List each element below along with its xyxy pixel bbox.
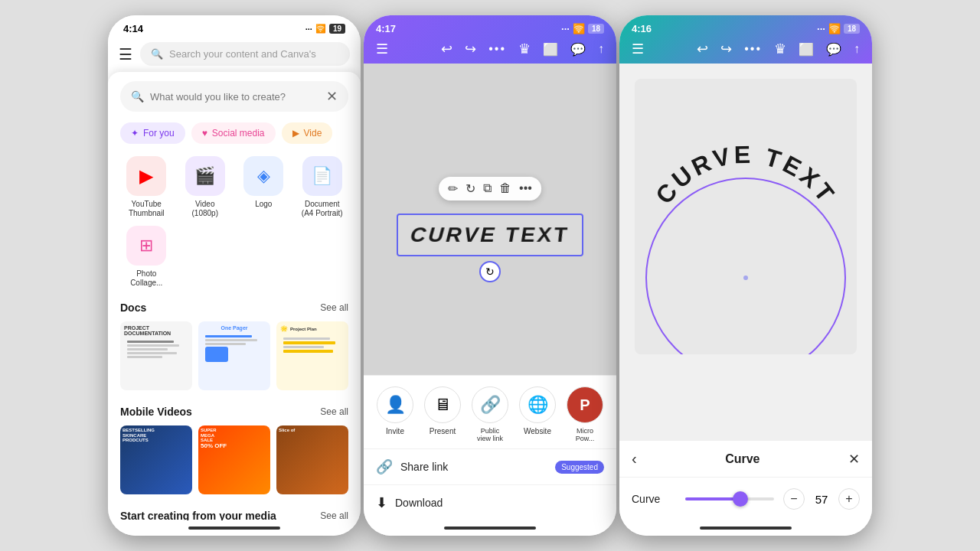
docs-section-header: Docs See all <box>120 302 348 314</box>
menu-icon-3[interactable]: ☰ <box>632 41 644 57</box>
filter-chips: ✦ For you ♥ Social media ▶ Vide <box>120 122 348 144</box>
curve-slider-row: Curve − 57 + <box>619 478 872 520</box>
mv-thumb-1[interactable]: BESTSELLINGSKINCAREPRODCUTS <box>120 425 192 494</box>
share-website[interactable]: 🌐 Website <box>519 386 556 442</box>
share-icons-row: 👤 Invite 🖥 Present 🔗 Publicview link 🌐 <box>364 376 616 449</box>
share-micro[interactable]: P MicroPow... <box>567 386 603 442</box>
comment-icon-3[interactable]: 💬 <box>826 42 841 57</box>
home-bar-3 <box>700 527 792 530</box>
chip-foryou[interactable]: ✦ For you <box>120 122 185 144</box>
stepper-plus[interactable]: + <box>838 488 860 510</box>
curve-text-svg: CURVE TEXT <box>650 141 841 209</box>
chip-social[interactable]: ♥ Social media <box>191 122 276 144</box>
editor-actions-3: ↩ ↪ ••• ♛ ⬜ 💬 ↑ <box>697 41 860 57</box>
template-youtube[interactable]: ▶ YouTubeThumbnail <box>120 156 173 218</box>
template-logo[interactable]: ◈ Logo <box>237 156 290 218</box>
invite-icon: 👤 <box>385 395 406 415</box>
more-sel-icon[interactable]: ••• <box>519 181 532 196</box>
mobile-videos-see-all[interactable]: See all <box>320 406 348 417</box>
top-nav-bar: ☰ 🔍 Search your content and Canva's <box>108 39 361 72</box>
doc-thumb-2[interactable]: One Pager <box>198 321 270 390</box>
delete-icon[interactable]: 🗑 <box>499 181 511 196</box>
share-icon-3[interactable]: ↑ <box>854 42 860 56</box>
doc-thumb-1[interactable]: PROJECTDOCUMENTATION <box>120 321 192 390</box>
mv-thumb-2[interactable]: SUPERMEGASALE50% OFF <box>198 425 270 494</box>
youtube-icon-box: ▶ <box>126 156 166 196</box>
comment-icon-2[interactable]: 💬 <box>570 42 586 57</box>
curve-panel: ‹ Curve ✕ Curve − 57 + <box>619 441 872 520</box>
present-icon: 🖥 <box>434 395 451 415</box>
share-link-label: Share link <box>400 461 448 473</box>
close-create-search[interactable]: ✕ <box>326 88 338 105</box>
suggested-badge: Suggested <box>555 461 604 474</box>
menu-icon-2[interactable]: ☰ <box>376 41 388 57</box>
editor-toolbar-3: ☰ ↩ ↪ ••• ♛ ⬜ 💬 ↑ <box>632 41 860 57</box>
mv-thumb-3[interactable]: Slice of <box>276 425 348 494</box>
video-chip-icon: ▶ <box>292 128 299 139</box>
selected-text-box[interactable]: CURVE TEXT <box>397 214 583 256</box>
collage-icon-box: ⊞ <box>126 226 166 266</box>
micro-icon: P <box>580 396 590 414</box>
doc1-content: PROJECTDOCUMENTATION <box>120 321 192 390</box>
create-search-input[interactable] <box>150 91 320 103</box>
share-public-link[interactable]: 🔗 Publicview link <box>472 386 508 442</box>
wifi-3: 🛜 <box>828 23 841 34</box>
phone2-frame: 4:17 ··· 🛜 18 ☰ ↩ ↪ ••• ♛ ⬜ 💬 ↑ ✏ <box>364 15 616 536</box>
slider-thumb[interactable] <box>733 491 748 507</box>
mobile-videos-header: Mobile Videos See all <box>120 406 348 418</box>
share-link-row: 🔗 Share link Suggested <box>364 449 616 485</box>
youtube-label: YouTubeThumbnail <box>129 200 165 218</box>
editor-canvas-2: ✏ ↻ ⧉ 🗑 ••• CURVE TEXT ↻ <box>364 64 616 375</box>
curve-close-button[interactable]: ✕ <box>848 451 860 468</box>
monitor-icon-2[interactable]: ⬜ <box>543 42 558 57</box>
social-chip-label: Social media <box>212 128 265 139</box>
doc-thumb-3[interactable]: 🌟 Project Plan <box>276 321 348 390</box>
share-invite[interactable]: 👤 Invite <box>377 386 413 442</box>
more-icon-3[interactable]: ••• <box>744 42 762 56</box>
copy-icon[interactable]: ⧉ <box>483 181 492 196</box>
crown-icon-3[interactable]: ♛ <box>774 41 786 57</box>
docs-see-all[interactable]: See all <box>320 302 348 313</box>
redo-icon-3[interactable]: ↪ <box>720 41 732 57</box>
search-icon-top: 🔍 <box>151 48 163 60</box>
video-label: Video(1080p) <box>192 200 218 218</box>
monitor-icon-3[interactable]: ⬜ <box>799 42 814 57</box>
invite-label: Invite <box>386 427 404 435</box>
doc2-content: One Pager <box>198 321 270 390</box>
more-icon-2[interactable]: ••• <box>488 42 506 56</box>
chip-video[interactable]: ▶ Vide <box>282 122 333 144</box>
collage-label: PhotoCollage... <box>130 269 162 288</box>
rotate-handle[interactable]: ↻ <box>479 261 501 282</box>
redo-icon-2[interactable]: ↪ <box>465 41 476 57</box>
top-search-input[interactable]: 🔍 Search your content and Canva's <box>140 42 350 66</box>
template-document[interactable]: 📄 Document(A4 Portrait) <box>296 156 349 218</box>
undo-icon-3[interactable]: ↩ <box>697 41 708 57</box>
edit-icon[interactable]: ✏ <box>448 181 458 196</box>
signal-icon-1: ··· <box>305 24 312 34</box>
social-chip-icon: ♥ <box>202 128 207 139</box>
crown-icon-2[interactable]: ♛ <box>518 41 531 57</box>
micro-label: MicroPow... <box>576 427 595 442</box>
template-collage[interactable]: ⊞ PhotoCollage... <box>120 226 173 288</box>
undo-icon-2[interactable]: ↩ <box>441 41 452 57</box>
download-row[interactable]: ⬇ Download <box>364 485 616 520</box>
slider-track <box>685 497 774 500</box>
curve-back-button[interactable]: ‹ <box>632 450 637 468</box>
curve-stepper: − 57 + <box>783 488 860 510</box>
logo-icon: ◈ <box>257 166 270 186</box>
document-label: Document(A4 Portrait) <box>302 200 343 218</box>
status-icons-1: ··· 🛜 19 <box>305 24 345 34</box>
rotate-arc-icon[interactable]: ↻ <box>466 181 475 196</box>
media-title: Start creating from your media <box>120 510 276 520</box>
collage-icon: ⊞ <box>139 236 153 256</box>
share-icon-2[interactable]: ↑ <box>598 42 604 56</box>
media-see-all[interactable]: See all <box>320 510 348 520</box>
stepper-minus[interactable]: − <box>783 488 805 510</box>
template-video[interactable]: 🎬 Video(1080p) <box>179 156 232 218</box>
share-present[interactable]: 🖥 Present <box>424 386 461 442</box>
media-section-header: Start creating from your media See all <box>120 510 348 520</box>
hamburger-icon[interactable]: ☰ <box>119 45 132 64</box>
curve-slider[interactable] <box>685 490 774 508</box>
home-indicator-1 <box>108 520 361 536</box>
status-bar-3: 4:16 ··· 🛜 18 <box>632 23 860 34</box>
